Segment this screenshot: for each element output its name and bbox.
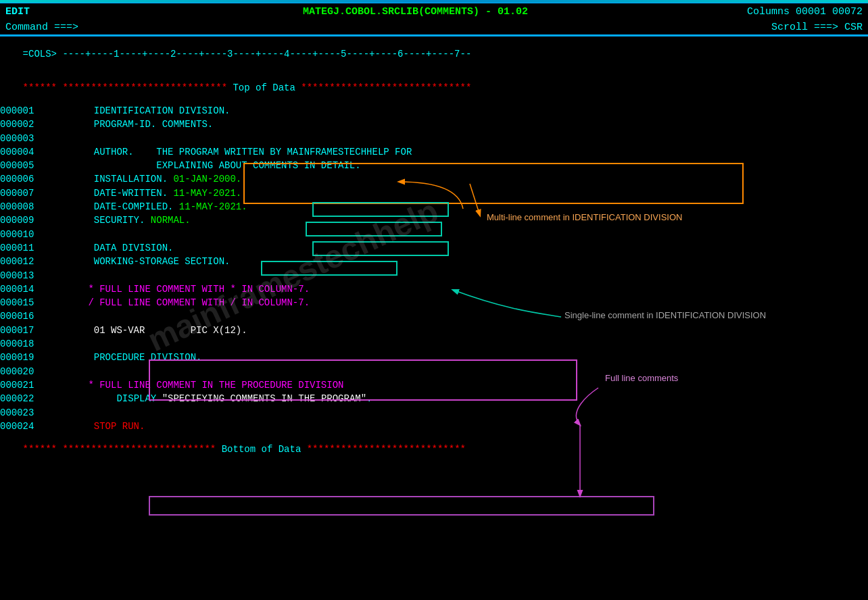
full-line-comments-box (149, 359, 577, 401)
line-num-24: 000024 (0, 420, 54, 433)
line-content-2: PROGRAM-ID. COMMENTS. (54, 118, 213, 131)
multiline-comment-box (243, 163, 744, 204)
bottom-of-data-text: Bottom of Data (222, 444, 307, 455)
code-line-17: 000017 01 WS-VAR PIC X(12). (0, 324, 868, 337)
line-content-24: STOP RUN. (54, 420, 145, 433)
multiline-annot-text: Multi-line comment in IDENTIFICATION DIV… (487, 212, 682, 222)
line-num-17: 000017 (0, 324, 54, 337)
scroll-text: Scroll ===> CSR (771, 22, 863, 33)
line-num-14: 000014 (0, 282, 54, 296)
code-line-13: 000013 (0, 269, 868, 282)
line-num-9: 000009 (0, 214, 54, 227)
line-num-23: 000023 (0, 406, 54, 420)
line-content-9: SECURITY. NORMAL. (54, 214, 191, 227)
date-compiled-box (312, 241, 449, 256)
bottom-stars-right: **************************** (307, 444, 466, 455)
columns-label: Columns 00001 00072 (747, 6, 863, 18)
edit-label: EDIT (5, 6, 30, 18)
code-line-15: 000015 / FULL LINE COMMENT WITH / IN COL… (0, 296, 868, 309)
line-num-11: 000011 (0, 241, 54, 255)
cols-text: =COLS> ----+----1----+----2----+----3---… (23, 49, 472, 59)
line-content-17: 01 WS-VAR PIC X(12). (54, 324, 247, 337)
code-line-18: 000018 (0, 337, 868, 351)
top-stars-left: ****** (23, 82, 63, 93)
code-line-14: 000014 * FULL LINE COMMENT WITH * IN COL… (0, 282, 868, 296)
command-text: Command ===> (5, 22, 78, 33)
line-num-2: 000002 (0, 118, 54, 131)
full-line-annot-text: Full line comments (605, 373, 678, 383)
line-content-7: DATE-WRITTEN. 11-MAY-2021. (54, 186, 241, 200)
line-num-8: 000008 (0, 200, 54, 214)
command-label[interactable]: Command ===> (5, 22, 78, 33)
code-area: 000001 IDENTIFICATION DIVISION. 000002 P… (0, 104, 868, 433)
line-num-12: 000012 (0, 255, 54, 268)
line-num-22: 000022 (0, 392, 54, 405)
code-line-2: 000002 PROGRAM-ID. COMMENTS. (0, 118, 868, 131)
line-content-14: * FULL LINE COMMENT WITH * IN COLUMN-7. (54, 282, 310, 296)
bottom-stars-mid: *************************** (62, 444, 221, 455)
line-num-21: 000021 (0, 378, 54, 392)
line-num-3: 000003 (0, 132, 54, 145)
multiline-annotation: Multi-line comment in IDENTIFICATION DIV… (487, 212, 682, 222)
line-num-1: 000001 (0, 104, 54, 118)
code-line-3: 000003 (0, 132, 868, 145)
line-content-4: AUTHOR. THE PROGRAM WRITTEN BY MAINFRAME… (54, 145, 412, 159)
header-row2: Command ===> Scroll ===> CSR (0, 20, 868, 35)
line-num-5: 000005 (0, 159, 54, 172)
line-num-4: 000004 (0, 145, 54, 159)
code-line-1: 000001 IDENTIFICATION DIVISION. (0, 104, 868, 118)
line-num-7: 000007 (0, 186, 54, 200)
line-num-10: 000010 (0, 228, 54, 241)
procedure-comment-box (149, 496, 654, 516)
security-box (261, 261, 397, 276)
line-content-6: INSTALLATION. 01-JAN-2000. (54, 172, 241, 186)
top-of-data-text: Top of Data (233, 82, 301, 93)
single-line-annot-text: Single-line comment in IDENTIFICATION DI… (564, 310, 766, 320)
cols-ruler: =COLS> ----+----1----+----2----+----3---… (0, 36, 868, 72)
code-line-24: 000024 STOP RUN. (0, 420, 868, 433)
edit-text: EDIT (5, 6, 30, 18)
line-num-18: 000018 (0, 337, 54, 351)
header-row1: EDIT MATEGJ.COBOL.SRCLIB(COMMENTS) - 01.… (0, 3, 868, 20)
line-content-12: WORKING-STORAGE SECTION. (54, 255, 230, 268)
line-num-13: 000013 (0, 269, 54, 282)
line-content-15: / FULL LINE COMMENT WITH / IN COLUMN-7. (54, 296, 310, 309)
line-content-8: DATE-COMPILED. 11-MAY-2021. (54, 200, 247, 214)
line-content-11: DATA DIVISION. (54, 241, 173, 255)
line-content-1: IDENTIFICATION DIVISION. (54, 104, 230, 118)
line-num-20: 000020 (0, 365, 54, 378)
bottom-stars-left: ****** (23, 444, 63, 455)
columns-text: Columns 00001 00072 (747, 6, 863, 18)
scroll-label: Scroll ===> CSR (771, 22, 863, 33)
line-num-16: 000016 (0, 309, 54, 323)
filename-text: MATEGJ.COBOL.SRCLIB(COMMENTS) - 01.02 (303, 6, 528, 18)
single-line-annotation: Single-line comment in IDENTIFICATION DI… (564, 310, 766, 320)
top-stars-right: ****************************** (301, 82, 471, 93)
code-line-12: 000012 WORKING-STORAGE SECTION. (0, 255, 868, 268)
filename-label: MATEGJ.COBOL.SRCLIB(COMMENTS) - 01.02 (303, 6, 528, 18)
top-of-data: ****** ***************************** Top… (0, 72, 868, 104)
code-line-23: 000023 (0, 406, 868, 420)
bottom-of-data: ****** *************************** Botto… (0, 433, 868, 466)
line-num-6: 000006 (0, 172, 54, 186)
line-num-15: 000015 (0, 296, 54, 309)
installation-box (312, 202, 449, 217)
code-line-4: 000004 AUTHOR. THE PROGRAM WRITTEN BY MA… (0, 145, 868, 159)
line-num-19: 000019 (0, 351, 54, 364)
date-written-box (306, 222, 442, 236)
main-screen: EDIT MATEGJ.COBOL.SRCLIB(COMMENTS) - 01.… (0, 0, 868, 600)
top-stars-mid1: ***************************** (62, 82, 233, 93)
full-line-annotation: Full line comments (605, 373, 678, 383)
